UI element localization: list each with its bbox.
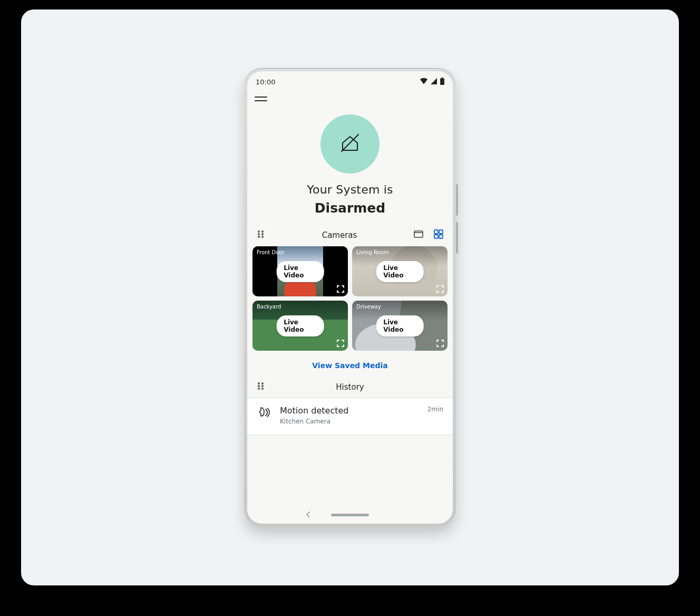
svg-point-6 (262, 234, 264, 235)
svg-point-8 (262, 236, 264, 238)
motion-icon (257, 406, 274, 421)
history-section-title: History (247, 382, 453, 392)
camera-name-label: Backyard (257, 304, 281, 310)
camera-name-label: Front Door (257, 249, 285, 255)
drag-handle-icon[interactable] (257, 230, 265, 240)
svg-rect-12 (439, 230, 443, 234)
history-event-time: 2min (427, 406, 443, 413)
fullscreen-icon[interactable] (436, 339, 444, 348)
svg-point-7 (258, 236, 260, 238)
camera-card-backyard[interactable]: Backyard Live Video (252, 301, 348, 351)
fullscreen-icon[interactable] (336, 339, 345, 348)
svg-rect-14 (439, 235, 443, 238)
background-panel: 10:00 (21, 9, 679, 585)
live-video-button[interactable]: Live Video (376, 261, 424, 282)
fullscreen-icon[interactable] (336, 285, 345, 293)
camera-name-label: Living Room (356, 249, 388, 255)
menu-icon[interactable] (255, 92, 267, 105)
svg-rect-1 (440, 78, 444, 84)
single-view-icon[interactable] (414, 230, 423, 240)
svg-rect-9 (414, 231, 423, 237)
system-status-icon-circle[interactable] (320, 114, 380, 174)
wifi-icon (420, 78, 427, 86)
android-nav-bar (247, 506, 453, 524)
cameras-section-title: Cameras (322, 230, 357, 240)
app-screen: 10:00 (247, 71, 453, 524)
history-item[interactable]: Motion detected Kitchen Camera 2min (247, 398, 453, 435)
fullscreen-icon[interactable] (436, 285, 444, 293)
svg-point-5 (258, 234, 260, 235)
svg-point-4 (262, 231, 264, 233)
phone-side-button (456, 222, 458, 254)
system-status-label: Your System is (307, 183, 393, 196)
live-video-button[interactable]: Live Video (376, 315, 424, 336)
app-top-bar (247, 89, 453, 105)
battery-icon (440, 78, 444, 86)
live-video-button[interactable]: Live Video (276, 261, 324, 282)
history-event-subtitle: Kitchen Camera (280, 418, 421, 425)
disarmed-home-icon (336, 129, 364, 159)
camera-card-living-room[interactable]: Living Room Live Video (352, 246, 448, 296)
camera-card-front-door[interactable]: Front Door Live Video (252, 246, 348, 296)
history-section-header: History (247, 373, 453, 398)
cameras-section-header: Cameras (247, 216, 453, 246)
svg-point-3 (258, 231, 260, 233)
nav-home-pill[interactable] (331, 514, 369, 516)
history-event-title: Motion detected (280, 406, 421, 416)
system-status-state: Disarmed (315, 200, 385, 216)
svg-rect-0 (441, 78, 443, 79)
camera-card-driveway[interactable]: Driveway Live Video (352, 301, 448, 351)
camera-name-label: Driveway (356, 304, 381, 310)
camera-grid: Front Door Live Video Living Room Live V… (247, 246, 453, 351)
grid-view-icon[interactable] (434, 229, 443, 241)
system-status-block: Your System is Disarmed (247, 114, 453, 216)
view-saved-media-row: View Saved Media (247, 360, 453, 370)
live-video-button[interactable]: Live Video (276, 315, 324, 336)
status-bar: 10:00 (247, 71, 453, 89)
view-saved-media-link[interactable]: View Saved Media (312, 361, 387, 370)
nav-back-icon[interactable] (305, 510, 312, 520)
cellular-icon (431, 78, 437, 86)
status-bar-time: 10:00 (256, 78, 275, 86)
svg-rect-13 (434, 235, 438, 238)
svg-rect-11 (434, 230, 438, 234)
status-bar-icons (420, 78, 444, 86)
phone-side-button (456, 184, 458, 216)
phone-frame: 10:00 (244, 68, 456, 527)
